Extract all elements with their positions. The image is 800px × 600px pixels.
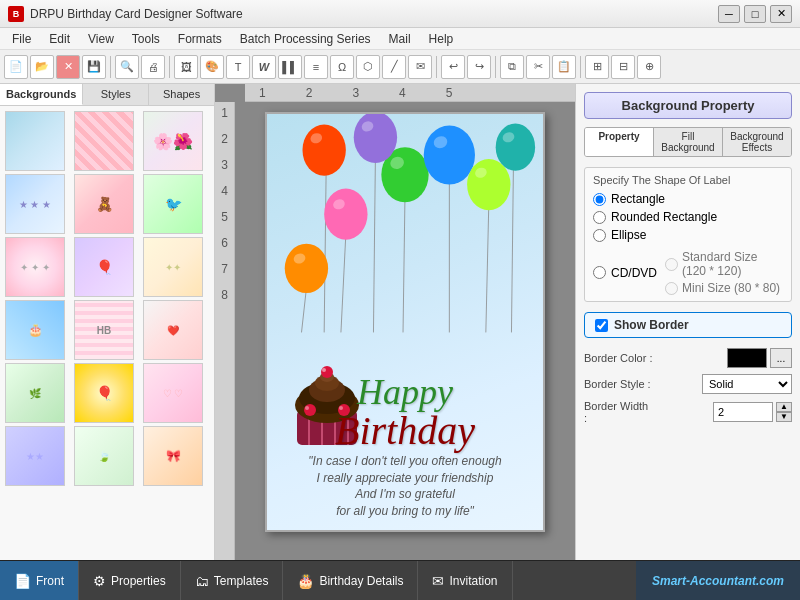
symbol-button[interactable]: Ω [330,55,354,79]
bg-thumb-6[interactable]: 🐦 [143,174,203,234]
bottom-tab-birthday[interactable]: 🎂 Birthday Details [283,561,418,600]
menu-edit[interactable]: Edit [41,30,78,48]
radio-rectangle[interactable]: Rectangle [593,192,783,206]
prop-tab-effects[interactable]: Background Effects [723,128,791,156]
specify-section: Specify The Shape Of Label Rectangle Rou… [584,167,792,302]
bg-thumb-15[interactable]: ♡ ♡ [143,363,203,423]
toolbar: 📄 📂 ✕ 💾 🔍 🖨 🖼 🎨 T W ▌▌ ≡ Ω ⬡ ╱ ✉ ↩ ↪ ⧉ ✂… [0,50,800,84]
bottom-bar: 📄 Front ⚙ Properties 🗂 Templates 🎂 Birth… [0,560,800,600]
cd-standard[interactable]: Standard Size (120 * 120) [665,250,783,278]
show-border-checkbox[interactable] [595,319,608,332]
menu-formats[interactable]: Formats [170,30,230,48]
tab-shapes[interactable]: Shapes [149,84,214,105]
svg-point-16 [467,159,510,210]
bottom-tab-templates[interactable]: 🗂 Templates [181,561,284,600]
bg-thumb-3[interactable]: 🌸🌺 [143,111,203,171]
copy-button[interactable]: ⧉ [500,55,524,79]
bg-thumb-18[interactable]: 🎀 [143,426,203,486]
bg-thumb-14[interactable]: 🎈 [74,363,134,423]
bg-thumb-12[interactable]: ❤️ [143,300,203,360]
bg-thumb-5[interactable]: 🧸 [74,174,134,234]
border-properties: Border Color : ... Border Style : Solid … [584,348,792,424]
show-border-label: Show Border [614,318,689,332]
border-style-control: Solid Dashed Dotted Double [702,374,792,394]
wordart-button[interactable]: W [252,55,276,79]
bottom-tab-invitation[interactable]: ✉ Invitation [418,561,512,600]
border-color-picker-button[interactable]: ... [770,348,792,368]
save-button[interactable]: 💾 [82,55,106,79]
new-button[interactable]: 📄 [4,55,28,79]
close-file-button[interactable]: ✕ [56,55,80,79]
image-button[interactable]: 🖼 [174,55,198,79]
bg-thumb-10[interactable]: 🎂 [5,300,65,360]
tab-backgrounds[interactable]: Backgrounds [0,84,83,105]
window-title: DRPU Birthday Card Designer Software [30,7,243,21]
bg-thumb-17[interactable]: 🍃 [74,426,134,486]
print-button[interactable]: 🖨 [141,55,165,79]
text-button[interactable]: T [226,55,250,79]
bg-thumb-13[interactable]: 🌿 [5,363,65,423]
prop-tab-fill[interactable]: Fill Background [654,128,723,156]
cut-button[interactable]: ✂ [526,55,550,79]
minimize-button[interactable]: ─ [718,5,740,23]
radio-cd[interactable]: CD/DVD [593,266,657,280]
maximize-button[interactable]: □ [744,5,766,23]
print-preview-button[interactable]: 🔍 [115,55,139,79]
grid-button[interactable]: ⊟ [611,55,635,79]
menu-mail[interactable]: Mail [381,30,419,48]
menu-batch[interactable]: Batch Processing Series [232,30,379,48]
radio-ellipse[interactable]: Ellipse [593,228,783,242]
table-button[interactable]: ⊞ [585,55,609,79]
align-button[interactable]: ≡ [304,55,328,79]
radio-cd-input[interactable] [593,266,606,279]
cd-mini-input[interactable] [665,282,678,295]
left-tabs: Backgrounds Styles Shapes [0,84,214,106]
bg-thumb-2[interactable] [74,111,134,171]
svg-point-22 [354,114,397,163]
bottom-tab-birthday-label: Birthday Details [319,574,403,588]
menu-help[interactable]: Help [421,30,462,48]
zoom-button[interactable]: ⊕ [637,55,661,79]
border-width-down[interactable]: ▼ [776,412,792,422]
cd-standard-input[interactable] [665,258,678,271]
menu-file[interactable]: File [4,30,39,48]
redo-button[interactable]: ↪ [467,55,491,79]
bottom-tab-properties[interactable]: ⚙ Properties [79,561,181,600]
paste-button[interactable]: 📋 [552,55,576,79]
bg-thumb-4[interactable]: ★ ★ ★ [5,174,65,234]
bottom-tab-templates-label: Templates [214,574,269,588]
cd-mini[interactable]: Mini Size (80 * 80) [665,281,783,295]
radio-rounded-rect[interactable]: Rounded Rectangle [593,210,783,224]
radio-rounded-input[interactable] [593,211,606,224]
birthday-icon: 🎂 [297,573,314,589]
border-width-input[interactable] [713,402,773,422]
bg-property-title: Background Property [584,92,792,119]
bottom-tab-front[interactable]: 📄 Front [0,561,79,600]
open-button[interactable]: 📂 [30,55,54,79]
line-button[interactable]: ╱ [382,55,406,79]
prop-tab-property[interactable]: Property [585,128,654,156]
watermark: Smart-Accountant.com [636,561,800,600]
border-style-select[interactable]: Solid Dashed Dotted Double [702,374,792,394]
svg-point-20 [302,124,345,175]
bg-thumb-11[interactable]: HB [74,300,134,360]
menu-tools[interactable]: Tools [124,30,168,48]
border-width-up[interactable]: ▲ [776,402,792,412]
radio-ellipse-input[interactable] [593,229,606,242]
undo-button[interactable]: ↩ [441,55,465,79]
bg-thumb-16[interactable]: ★★ [5,426,65,486]
email-button[interactable]: ✉ [408,55,432,79]
birthday-card[interactable]: Happy Birthday "In case I don't tell you… [265,112,545,532]
bg-thumb-8[interactable]: 🎈 [74,237,134,297]
clipart-button[interactable]: 🎨 [200,55,224,79]
border-color-swatch[interactable] [727,348,767,368]
tab-styles[interactable]: Styles [83,84,149,105]
bg-thumb-9[interactable]: ✦✦ [143,237,203,297]
shape-button[interactable]: ⬡ [356,55,380,79]
bg-thumb-1[interactable] [5,111,65,171]
menu-view[interactable]: View [80,30,122,48]
radio-rectangle-input[interactable] [593,193,606,206]
barcode-button[interactable]: ▌▌ [278,55,302,79]
bg-thumb-7[interactable]: ✦ ✦ ✦ [5,237,65,297]
close-button[interactable]: ✕ [770,5,792,23]
